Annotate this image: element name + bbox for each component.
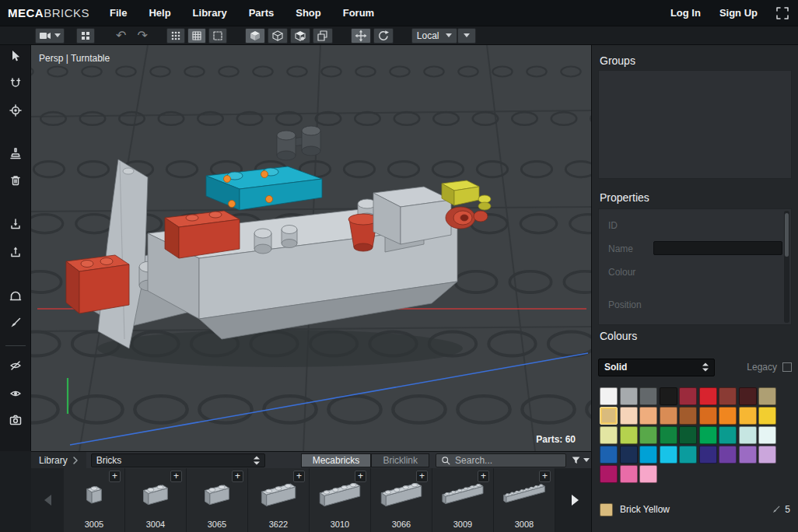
part-cell[interactable]: +3065 xyxy=(187,468,248,532)
select-tool-button[interactable] xyxy=(6,47,25,65)
colour-swatch[interactable] xyxy=(660,426,677,444)
add-part-button[interactable]: + xyxy=(293,471,305,482)
colour-swatch[interactable] xyxy=(758,426,776,444)
colour-swatch[interactable] xyxy=(679,387,697,405)
colour-swatch[interactable] xyxy=(620,407,638,425)
parts-scroll-right[interactable] xyxy=(558,468,591,532)
menu-parts[interactable]: Parts xyxy=(249,7,275,19)
colour-swatch[interactable] xyxy=(699,407,717,425)
part-cell[interactable]: +3622 xyxy=(248,468,310,532)
move-tool-button[interactable] xyxy=(351,28,371,44)
colour-swatch[interactable] xyxy=(699,446,717,464)
colour-swatch[interactable] xyxy=(600,426,618,444)
part-cell[interactable]: +3005 xyxy=(64,468,125,532)
dot-grid-button[interactable] xyxy=(166,28,185,44)
name-input[interactable] xyxy=(653,241,782,255)
colour-swatch[interactable] xyxy=(699,426,717,444)
menu-file[interactable]: File xyxy=(110,7,127,19)
solid-shading-button[interactable] xyxy=(245,28,265,44)
colour-swatch[interactable] xyxy=(639,426,657,444)
viewport-3d[interactable]: Persp | Turntable Parts: 60 xyxy=(31,45,591,451)
colour-swatch[interactable] xyxy=(739,446,757,464)
tab-bricklink[interactable]: Bricklink xyxy=(371,453,429,467)
export-tool-button[interactable] xyxy=(6,215,25,233)
colour-swatch[interactable] xyxy=(660,387,677,405)
add-part-button[interactable]: + xyxy=(109,471,121,482)
current-colour-swatch[interactable] xyxy=(600,503,613,516)
transform-space-select[interactable]: Local xyxy=(411,28,457,44)
groups-box[interactable] xyxy=(598,70,792,179)
add-part-button[interactable]: + xyxy=(170,471,182,482)
add-part-button[interactable]: + xyxy=(232,471,243,482)
colour-swatch[interactable] xyxy=(600,407,618,425)
menu-forum[interactable]: Forum xyxy=(343,7,374,19)
colour-swatch[interactable] xyxy=(679,407,697,425)
undo-button[interactable]: ↶ xyxy=(113,30,129,42)
tab-mecabricks[interactable]: Mecabricks xyxy=(301,453,372,467)
properties-scrollbar[interactable] xyxy=(784,211,789,323)
colour-mode-select[interactable]: Solid xyxy=(598,359,715,376)
colour-swatch[interactable] xyxy=(758,387,776,405)
colour-swatch[interactable] xyxy=(639,446,657,464)
scrollbar-thumb[interactable] xyxy=(785,213,789,257)
colour-swatch[interactable] xyxy=(639,407,657,425)
colour-swatch[interactable] xyxy=(639,465,657,483)
colour-swatch[interactable] xyxy=(660,446,677,464)
colour-swatch[interactable] xyxy=(739,407,757,425)
colour-swatch[interactable] xyxy=(600,465,618,483)
search-input[interactable] xyxy=(455,455,561,466)
add-part-button[interactable]: + xyxy=(478,471,489,482)
library-breadcrumb[interactable]: Library xyxy=(31,452,86,469)
colour-swatch[interactable] xyxy=(620,387,638,405)
stamp-tool-button[interactable] xyxy=(6,145,25,162)
part-cell[interactable]: +3066 xyxy=(371,468,432,532)
wireframe-shading-button[interactable] xyxy=(268,28,288,44)
colour-swatch[interactable] xyxy=(699,387,717,405)
brand-logo[interactable]: MECABRICKS xyxy=(8,6,89,19)
menu-library[interactable]: Library xyxy=(193,7,227,19)
add-part-button[interactable]: + xyxy=(416,471,428,482)
colour-swatch[interactable] xyxy=(679,446,697,464)
colour-swatch[interactable] xyxy=(660,407,677,425)
colour-swatch[interactable] xyxy=(758,446,776,464)
part-cell[interactable]: +3004 xyxy=(125,468,187,532)
colour-swatch[interactable] xyxy=(600,387,618,405)
render-camera-button[interactable] xyxy=(6,411,25,429)
delete-tool-button[interactable] xyxy=(6,172,25,189)
category-select[interactable]: Bricks xyxy=(91,453,265,467)
legacy-checkbox[interactable] xyxy=(782,362,792,372)
grid-snap-button[interactable] xyxy=(76,28,95,44)
colour-swatch[interactable] xyxy=(620,465,638,483)
part-cell[interactable]: +3009 xyxy=(432,468,494,532)
add-part-button[interactable]: + xyxy=(539,471,551,482)
login-link[interactable]: Log In xyxy=(670,7,701,19)
part-cell[interactable]: +3008 xyxy=(494,468,555,532)
colour-swatch[interactable] xyxy=(739,426,757,444)
colour-swatch[interactable] xyxy=(719,426,737,444)
duplicate-button[interactable] xyxy=(313,28,333,44)
rotate-tool-button[interactable] xyxy=(373,28,394,44)
signup-link[interactable]: Sign Up xyxy=(719,7,758,19)
snap-tool-button[interactable] xyxy=(6,75,25,92)
colour-swatch[interactable] xyxy=(620,426,638,444)
colour-swatch[interactable] xyxy=(719,387,737,405)
search-box[interactable] xyxy=(436,453,566,467)
material-shading-button[interactable] xyxy=(290,28,310,44)
colour-swatch[interactable] xyxy=(620,446,638,464)
colour-swatch[interactable] xyxy=(758,407,776,425)
transform-space-caret-button[interactable] xyxy=(457,28,476,44)
parts-scroll-left[interactable] xyxy=(31,468,64,532)
colour-swatch[interactable] xyxy=(739,387,757,405)
grid-display-button[interactable] xyxy=(187,28,206,44)
hide-tool-button[interactable] xyxy=(6,357,25,374)
add-part-button[interactable]: + xyxy=(355,471,366,482)
origin-tool-button[interactable] xyxy=(6,102,25,119)
camera-view-button[interactable] xyxy=(35,28,65,44)
menu-help[interactable]: Help xyxy=(149,7,170,19)
show-tool-button[interactable] xyxy=(6,385,25,402)
paint-tool-button[interactable] xyxy=(6,314,25,331)
part-cell[interactable]: +3010 xyxy=(310,468,371,532)
fullscreen-icon[interactable] xyxy=(776,7,789,19)
colour-swatch[interactable] xyxy=(719,407,737,425)
redo-button[interactable]: ↷ xyxy=(134,30,150,42)
